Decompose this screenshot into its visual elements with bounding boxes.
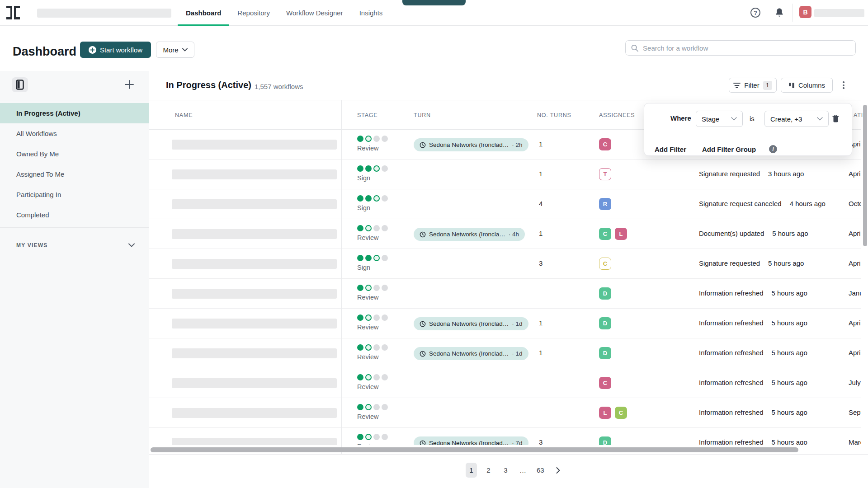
sidebar-item-participating-in[interactable]: Participating In [0, 184, 149, 205]
turn-pill[interactable]: Sedona Networks (Ironclad…· 7d [414, 436, 528, 445]
search-input[interactable] [643, 44, 850, 52]
start-workflow-button[interactable]: Start workflow [80, 42, 151, 58]
table-row[interactable]: ReviewCInformation refreshed5 hours agoJ… [149, 368, 861, 398]
nav-tab-dashboard[interactable]: Dashboard [178, 0, 229, 26]
nav-cut-button[interactable] [402, 0, 466, 5]
workflow-name-redacted [172, 229, 337, 239]
table-options-kebab[interactable] [839, 78, 848, 93]
table-row[interactable]: ReviewSedona Networks (Ironcla…· 4h1CLDo… [149, 219, 861, 249]
stage-dot [373, 285, 380, 291]
sidebar-item-all-workflows[interactable]: All Workflows [0, 123, 149, 144]
collapse-sidebar-button[interactable] [12, 77, 28, 92]
table-row[interactable]: ReviewSedona Networks (Ironclad…· 1d1DIn… [149, 338, 861, 368]
stage-label: Sign [357, 264, 370, 271]
stage-dot [382, 285, 388, 291]
col-stage[interactable]: STAGE [357, 100, 377, 130]
turn-pill[interactable]: Sedona Networks (Ironclad…· 1d [414, 317, 528, 330]
page-63[interactable]: 63 [534, 463, 547, 478]
stage-dot [365, 285, 372, 291]
add-view-button[interactable] [123, 78, 136, 91]
assignee-avatar[interactable]: L [615, 228, 627, 240]
assignee-avatar[interactable]: T [599, 168, 611, 180]
assignee-avatar[interactable]: C [599, 258, 611, 270]
col-fragment[interactable]: ATI [854, 100, 863, 130]
turn-count: 1 [539, 170, 542, 178]
stage-dot [382, 255, 388, 261]
user-avatar[interactable]: B [799, 6, 811, 18]
top-nav: DashboardRepositoryWorkflow DesignerInsi… [0, 0, 868, 26]
stage-dot [373, 314, 380, 321]
assignee-avatar[interactable]: C [599, 377, 611, 389]
col-name[interactable]: NAME [175, 100, 193, 130]
filter-value-select[interactable]: Create, +3 [764, 111, 829, 127]
page-2[interactable]: 2 [483, 463, 494, 478]
col-turn[interactable]: TURN [414, 100, 431, 130]
stage-label: Review [357, 145, 379, 152]
assignee-avatar[interactable]: D [599, 436, 611, 445]
table-row[interactable]: Sign4RSignature request canceled4 hours … [149, 189, 861, 219]
turn-pill[interactable]: Sedona Networks (Ironclad…· 2h [414, 138, 528, 151]
next-page-button[interactable] [552, 463, 564, 478]
delete-filter-trash-icon[interactable] [832, 115, 839, 122]
ironclad-logo-icon[interactable] [6, 6, 20, 19]
table-row[interactable]: Sign1TSignature requested3 hours agoApri… [149, 160, 861, 189]
notifications-bell-icon[interactable] [775, 8, 784, 18]
assignees: D [599, 287, 611, 300]
table-body: ReviewSedona Networks (Ironclad…· 2h1CAp… [149, 130, 861, 445]
info-icon[interactable]: i [769, 145, 777, 153]
date-fragment: April [849, 349, 861, 357]
date-fragment: April [849, 170, 861, 178]
columns-button[interactable]: Columns [781, 78, 833, 93]
assignee-avatar[interactable]: C [599, 228, 611, 240]
turn-pill[interactable]: Sedona Networks (Ironcla…· 4h [414, 228, 525, 241]
stage-dot [373, 344, 380, 351]
filter-field-select[interactable]: Stage [696, 111, 743, 127]
turn-count: 1 [539, 319, 542, 327]
workflow-search[interactable] [625, 40, 856, 56]
help-icon[interactable]: ? [750, 8, 760, 18]
nav-tab-insights[interactable]: Insights [351, 0, 391, 26]
stage-dot [365, 314, 372, 321]
last-activity: Information refreshed [699, 319, 764, 327]
stage-dot [365, 434, 372, 440]
vertical-scrollbar[interactable] [863, 105, 867, 246]
stage-dot [357, 195, 363, 202]
list-title: In Progress (Active) [166, 80, 251, 90]
col-assignees[interactable]: ASSIGNEES [599, 100, 635, 130]
table-row[interactable]: ReviewSedona Networks (Ironclad…· 1d1DIn… [149, 309, 861, 338]
more-button[interactable]: More [156, 42, 194, 58]
sidebar-item-owned-by-me[interactable]: Owned By Me [0, 144, 149, 164]
page-1[interactable]: 1 [466, 463, 477, 478]
sidebar-item-in-progress-active-[interactable]: In Progress (Active) [0, 103, 149, 123]
page-3[interactable]: 3 [500, 463, 511, 478]
assignee-avatar[interactable]: D [599, 317, 611, 329]
table-row[interactable]: ReviewDInformation refreshed5 hours agoJ… [149, 279, 861, 309]
table-row[interactable]: ReviewLCInformation refreshed5 hours ago… [149, 398, 861, 428]
nav-tab-workflow-designer[interactable]: Workflow Designer [278, 0, 351, 26]
nav-tab-repository[interactable]: Repository [229, 0, 278, 26]
assignee-avatar[interactable]: D [599, 287, 611, 300]
stage-dot [382, 344, 388, 351]
assignee-avatar[interactable]: C [599, 138, 611, 150]
workflow-name-redacted [172, 408, 337, 418]
filter-button[interactable]: Filter 1 [729, 78, 777, 93]
assignee-avatar[interactable]: D [599, 347, 611, 359]
table-row[interactable]: ReviewSedona Networks (Ironclad…· 7d3DIn… [149, 428, 861, 445]
col-no-turns[interactable]: NO. TURNS [537, 100, 571, 130]
my-views-section[interactable]: MY VIEWS [0, 235, 149, 255]
assignee-avatar[interactable]: L [599, 407, 611, 419]
table-row[interactable]: Sign3CSignature requested5 hours agoApri… [149, 249, 861, 279]
turn-org: Sedona Networks (Ironclad… [429, 320, 509, 327]
add-filter-button[interactable]: Add Filter [655, 145, 686, 153]
turn-pill[interactable]: Sedona Networks (Ironclad…· 1d [414, 347, 528, 360]
horizontal-scrollbar[interactable] [151, 447, 798, 452]
add-filter-group-button[interactable]: Add Filter Group [702, 145, 756, 153]
assignees: C [599, 377, 611, 389]
sidebar-item-completed[interactable]: Completed [0, 205, 149, 225]
stage-dot [357, 434, 363, 440]
sidebar-item-assigned-to-me[interactable]: Assigned To Me [0, 164, 149, 184]
assignee-avatar[interactable]: C [615, 407, 627, 419]
assignees: R [599, 198, 611, 210]
assignee-avatar[interactable]: R [599, 198, 611, 210]
stage-label: Review [357, 383, 379, 390]
